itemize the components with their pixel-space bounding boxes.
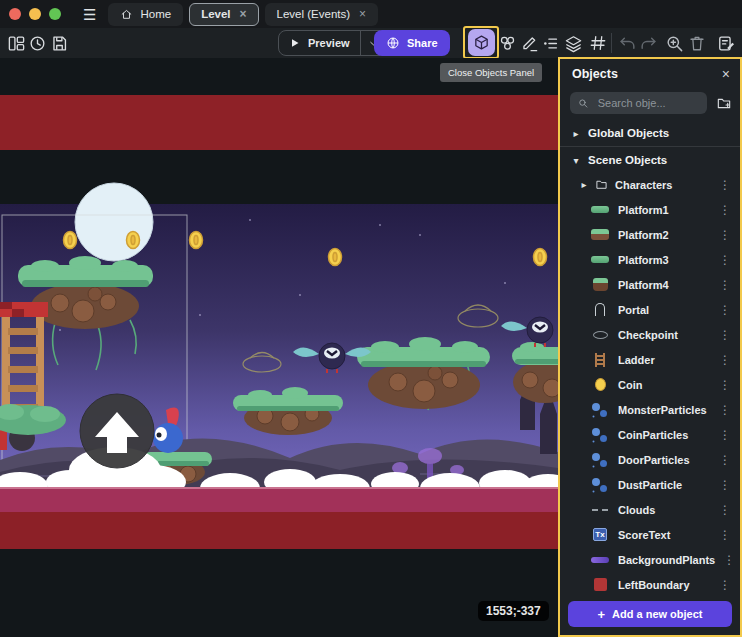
platform-thumbnail-icon [590,277,610,293]
item-menu-icon[interactable]: ⋮ [719,478,740,492]
folder-label: Characters [615,179,672,191]
item-menu-icon[interactable]: ⋮ [719,228,740,242]
layers-icon[interactable] [560,30,586,56]
item-menu-icon[interactable]: ⋮ [719,353,740,367]
save-icon[interactable] [46,30,72,56]
object-item-coinparticles[interactable]: CoinParticles ⋮ [560,422,740,447]
preview-button-main[interactable]: Preview [279,37,360,49]
object-label: CoinParticles [618,429,688,441]
item-menu-icon[interactable]: ⋮ [719,303,740,317]
item-menu-icon[interactable]: ⋮ [719,403,740,417]
object-label: Platform4 [618,279,669,291]
divider [611,33,612,53]
plants-thumbnail-icon [590,552,610,568]
add-folder-icon[interactable] [716,95,732,111]
object-item-clouds[interactable]: Clouds ⋮ [560,497,740,522]
tab-label: Home [140,8,171,20]
platform-thumbnail-icon [590,202,610,218]
item-menu-icon[interactable]: ⋮ [719,528,740,542]
objects-panel-icon[interactable] [468,29,495,56]
objects-panel-header: Objects × [560,59,740,87]
object-item-dustparticle[interactable]: DustParticle ⋮ [560,472,740,497]
object-item-ladder[interactable]: Ladder ⋮ [560,347,740,372]
scene-variables-icon[interactable] [713,30,739,56]
tab-level-events[interactable]: Level (Events) × [265,3,379,26]
close-tab-icon[interactable]: × [359,7,366,21]
item-menu-icon[interactable]: ⋮ [723,553,740,567]
object-item-leftboundary[interactable]: LeftBoundary ⋮ [560,572,740,595]
object-label: DoorParticles [618,454,690,466]
object-item-monsterparticles[interactable]: MonsterParticles ⋮ [560,397,740,422]
divider [560,146,740,147]
scene-editor-canvas[interactable] [0,58,558,637]
moon-sprite[interactable] [75,183,153,261]
item-menu-icon[interactable]: ⋮ [719,453,740,467]
object-item-portal[interactable]: Portal ⋮ [560,297,740,322]
object-label: LeftBoundary [618,579,690,591]
main-menu-icon[interactable]: ☰ [83,7,96,22]
tab-home[interactable]: Home [108,3,183,26]
bottom-platform-edge [0,487,558,489]
object-item-platform4[interactable]: Platform4 ⋮ [560,272,740,297]
item-menu-icon[interactable]: ⋮ [719,578,740,592]
minimize-window-button[interactable] [29,8,41,20]
item-menu-icon[interactable]: ⋮ [719,178,740,192]
tab-strip: Home Level × Level (Events) × [108,3,378,26]
jump-button-sprite[interactable] [80,394,154,468]
delete-icon[interactable] [684,30,710,56]
item-menu-icon[interactable]: ⋮ [719,428,740,442]
folder-characters[interactable]: ▸ Characters ⋮ [560,172,740,197]
chevron-right-icon[interactable]: ▸ [580,179,588,190]
object-item-platform3[interactable]: Platform3 ⋮ [560,247,740,272]
object-label: Clouds [618,504,655,516]
item-menu-icon[interactable]: ⋮ [719,328,740,342]
item-menu-icon[interactable]: ⋮ [719,278,740,292]
preview-button[interactable]: Preview [278,30,387,56]
object-label: Portal [618,304,649,316]
object-search-box[interactable] [570,92,707,114]
chevron-right-icon[interactable]: ▸ [572,128,580,139]
item-menu-icon[interactable]: ⋮ [719,203,740,217]
objects-tree: ▸ Global Objects ▾ Scene Objects ▸ Chara… [560,117,740,595]
close-tab-icon[interactable]: × [240,7,247,21]
chevron-down-icon[interactable]: ▾ [572,155,580,166]
object-label: Coin [618,379,642,391]
scene-render[interactable] [0,58,558,637]
maximize-window-button[interactable] [49,8,61,20]
item-menu-icon[interactable]: ⋮ [719,253,740,267]
object-item-doorparticles[interactable]: DoorParticles ⋮ [560,447,740,472]
traffic-lights [9,8,61,20]
object-item-platform1[interactable]: Platform1 ⋮ [560,197,740,222]
top-boundary-band [0,95,558,150]
toggle-grid-icon[interactable] [585,30,611,56]
titlebar: ☰ Home Level × Level (Events) × [0,0,742,28]
objects-panel: Objects × ▸ Global Objects ▾ Scene Objec… [558,57,742,637]
group-global-objects[interactable]: ▸ Global Objects [560,121,740,145]
platform-island-right[interactable] [512,342,558,403]
object-label: MonsterParticles [618,404,707,416]
object-item-backgroundplants[interactable]: BackgroundPlants ⋮ [560,547,740,572]
object-item-scoretext[interactable]: Tx ScoreText ⋮ [560,522,740,547]
object-label: Platform2 [618,229,669,241]
tooltip: Close Objects Panel [440,63,542,82]
search-input[interactable] [596,96,699,110]
platform-thumbnail-icon [590,227,610,243]
object-item-platform2[interactable]: Platform2 ⋮ [560,222,740,247]
close-panel-icon[interactable]: × [722,66,730,82]
redo-icon[interactable] [635,30,661,56]
group-scene-objects[interactable]: ▾ Scene Objects [560,148,740,172]
particles-thumbnail-icon [590,452,610,468]
object-item-coin[interactable]: Coin ⋮ [560,372,740,397]
ladder-thumbnail-icon [590,352,610,368]
bottom-boundary-band [0,512,558,549]
item-menu-icon[interactable]: ⋮ [719,378,740,392]
item-menu-icon[interactable]: ⋮ [719,503,740,517]
share-button[interactable]: Share [374,30,450,56]
group-label: Scene Objects [588,154,667,166]
object-item-checkpoint[interactable]: Checkpoint ⋮ [560,322,740,347]
add-new-object-button[interactable]: + Add a new object [568,601,732,627]
particles-thumbnail-icon [590,402,610,418]
close-window-button[interactable] [9,8,21,20]
tab-level[interactable]: Level × [189,3,258,26]
objects-panel-title: Objects [572,67,722,81]
